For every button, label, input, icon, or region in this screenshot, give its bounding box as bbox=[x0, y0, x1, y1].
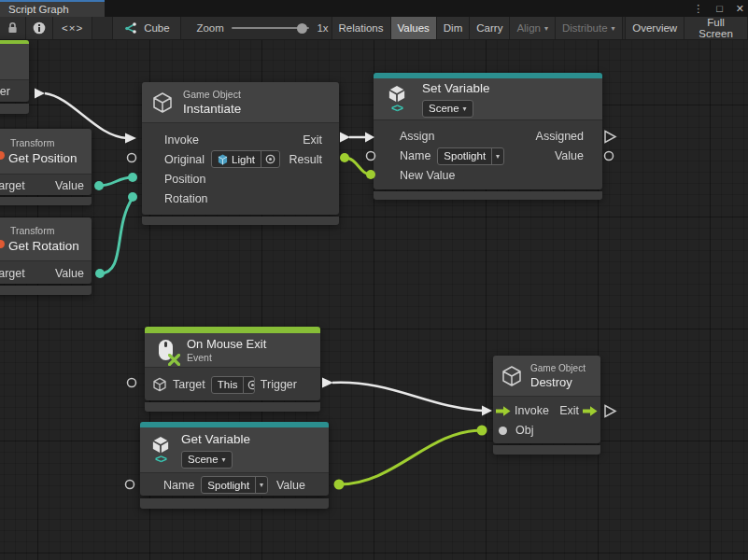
edit-graph-button[interactable]: <×> bbox=[52, 17, 92, 39]
node-title: Get Variable bbox=[181, 431, 250, 447]
port-label-position: Position bbox=[164, 173, 205, 186]
port-label-name: Name bbox=[163, 479, 194, 492]
variable-scope-dropdown[interactable]: Scene▾ bbox=[181, 451, 233, 469]
node-destroy[interactable]: Game Object Destroy Invoke Exit bbox=[493, 356, 600, 455]
code-icon: <×> bbox=[62, 22, 83, 34]
more-menu-button[interactable]: ⋮ bbox=[691, 0, 705, 17]
port-label-invoke: Invoke bbox=[515, 404, 549, 417]
variable-name-dropdown[interactable]: Spotlight ▾ bbox=[201, 476, 268, 494]
game-object-mini-icon bbox=[218, 154, 228, 165]
node-footer bbox=[0, 104, 29, 114]
node-get-rotation[interactable]: Transform Get Rotation Target Value bbox=[0, 217, 92, 295]
dim-button[interactable]: Dim bbox=[436, 17, 470, 39]
chevron-down-icon: ▾ bbox=[222, 455, 226, 464]
target-object-field[interactable]: This bbox=[211, 376, 255, 394]
zoom-label: Zoom bbox=[192, 17, 227, 39]
zoom-slider[interactable] bbox=[232, 17, 310, 39]
node-get-variable[interactable]: <> Get Variable Scene▾ Name Spotlight ▾ bbox=[140, 422, 329, 509]
port-label-exit: Exit bbox=[303, 133, 322, 147]
game-object-cube-icon bbox=[152, 377, 167, 392]
window-controls: ⋮ □ ✕ bbox=[691, 0, 746, 17]
node-footer bbox=[374, 191, 602, 200]
relations-button[interactable]: Relations bbox=[332, 17, 391, 39]
unity-variable-icon: <> bbox=[383, 85, 411, 113]
zoom-value: 1x bbox=[313, 17, 332, 39]
port-label-original: Original bbox=[164, 153, 205, 166]
chevron-down-icon: ▾ bbox=[544, 24, 548, 33]
values-button[interactable]: Values bbox=[390, 17, 437, 39]
port-label-trigger: Trigger bbox=[261, 378, 297, 391]
graph-icon bbox=[123, 21, 137, 35]
carry-button[interactable]: Carry bbox=[469, 17, 510, 39]
transform-icon bbox=[0, 240, 5, 248]
node-category: Transform bbox=[10, 137, 54, 149]
tab-title: Script Graph bbox=[8, 4, 69, 15]
node-title: Get Rotation bbox=[8, 238, 79, 254]
original-object-field[interactable]: Light bbox=[211, 150, 280, 168]
node-category: Game Object bbox=[530, 362, 586, 374]
port-label-assign: Assign bbox=[400, 130, 435, 143]
port-label-obj: Obj bbox=[515, 424, 533, 437]
port-label-target: Target bbox=[173, 378, 205, 391]
graph-selector-button[interactable]: Cube bbox=[112, 17, 181, 39]
unity-variable-icon: <> bbox=[148, 436, 174, 464]
variable-scope-dropdown[interactable]: Scene▾ bbox=[422, 100, 473, 118]
mouse-exit-icon bbox=[152, 336, 178, 364]
node-title: On Mouse Exit bbox=[187, 336, 266, 352]
lock-icon bbox=[7, 21, 19, 35]
node-title: Get Position bbox=[8, 150, 78, 166]
node-on-mouse-exit[interactable]: On Mouse Exit Event Target This bbox=[145, 327, 320, 412]
toolbar-spacer bbox=[181, 17, 193, 39]
chevron-down-icon: ▾ bbox=[612, 24, 615, 33]
fullscreen-button[interactable]: Full Screen bbox=[684, 17, 748, 39]
info-button[interactable] bbox=[25, 17, 53, 39]
port-label-value: Value bbox=[276, 479, 305, 492]
node-get-position[interactable]: Transform Get Position Target Value bbox=[0, 129, 92, 205]
lock-button[interactable] bbox=[0, 17, 26, 39]
port-label-rotation: Rotation bbox=[164, 192, 208, 205]
transform-icon bbox=[0, 151, 5, 160]
node-event-clipped[interactable]: Trigger bbox=[0, 40, 29, 114]
node-footer bbox=[140, 498, 329, 509]
event-color-bar bbox=[145, 327, 320, 333]
align-button[interactable]: Align▾ bbox=[509, 17, 556, 39]
port-label-exit: Exit bbox=[559, 404, 579, 417]
port-label-value: Value bbox=[55, 179, 84, 192]
graph-name-label: Cube bbox=[144, 22, 170, 34]
node-set-variable[interactable]: <> Set Variable Scene▾ Assign Assigned N… bbox=[374, 73, 602, 200]
node-footer bbox=[142, 217, 339, 225]
node-footer bbox=[0, 286, 92, 295]
node-footer bbox=[493, 445, 600, 455]
tab-bar: Script Graph ⋮ □ ✕ bbox=[0, 0, 748, 17]
toolbar-spacer bbox=[92, 17, 113, 39]
object-picker-icon[interactable] bbox=[261, 151, 279, 167]
overview-button[interactable]: Overview bbox=[625, 17, 684, 39]
variable-glyph-icon: <> bbox=[155, 455, 166, 464]
node-footer bbox=[145, 402, 320, 412]
port-label-target: Target bbox=[0, 179, 25, 192]
port-label-trigger: Trigger bbox=[0, 85, 10, 98]
tab-script-graph[interactable]: Script Graph bbox=[0, 0, 105, 17]
port-label-value: Value bbox=[555, 149, 584, 162]
object-picker-icon[interactable] bbox=[243, 377, 254, 393]
node-title: Instantiate bbox=[183, 101, 241, 117]
node-footer bbox=[0, 197, 92, 205]
zoom-slider-handle[interactable] bbox=[297, 23, 307, 34]
obj-port-dot bbox=[499, 427, 507, 435]
original-value: Light bbox=[232, 154, 255, 165]
node-instantiate[interactable]: Game Object Instantiate Invoke Exit Orig… bbox=[142, 82, 339, 225]
chevron-down-icon: ▾ bbox=[463, 105, 467, 113]
flow-arrow-icon bbox=[496, 406, 511, 416]
distribute-button[interactable]: Distribute▾ bbox=[555, 17, 623, 39]
maximize-button[interactable]: □ bbox=[714, 0, 725, 17]
node-category: Transform bbox=[10, 225, 54, 237]
variable-name-dropdown[interactable]: Spotlight ▾ bbox=[437, 147, 504, 165]
flow-arrow-icon bbox=[583, 406, 598, 416]
port-label-target: Target bbox=[0, 267, 25, 280]
info-icon bbox=[33, 21, 46, 35]
close-button[interactable]: ✕ bbox=[734, 0, 746, 17]
graph-toolbar: <×> Cube Zoom 1x Relations Values Dim Ca… bbox=[0, 17, 748, 40]
game-object-cube-icon bbox=[501, 365, 523, 387]
node-title: Set Variable bbox=[422, 80, 490, 96]
chevron-down-icon: ▾ bbox=[260, 481, 263, 489]
